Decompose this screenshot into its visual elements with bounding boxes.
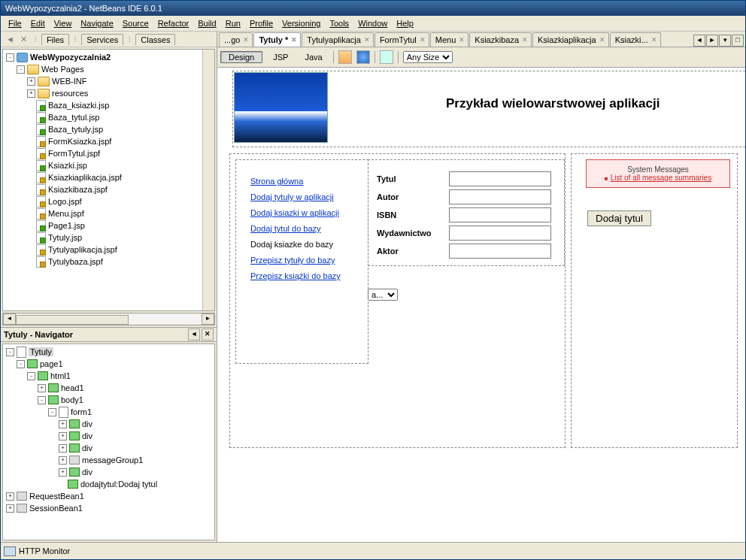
refresh-icon[interactable] xyxy=(338,50,352,64)
editor-tab-2[interactable]: Tytulyaplikacja✕ xyxy=(302,32,374,47)
nav-div4[interactable]: +div xyxy=(6,466,214,478)
nav-root[interactable]: -Tytuly xyxy=(6,346,214,358)
tab-scroll-left-icon[interactable]: ◄ xyxy=(693,35,705,47)
file-Ksiazkiaplikacja-jspf[interactable]: Ksiazkiaplikacja.jspf xyxy=(6,171,214,183)
file-Menu-jspf[interactable]: Menu.jspf xyxy=(6,207,214,219)
tab-scroll-right-icon[interactable]: ► xyxy=(706,35,718,47)
field-input-3[interactable] xyxy=(449,226,551,241)
menu-source[interactable]: Source xyxy=(118,17,153,29)
editor-tab-7[interactable]: Ksiazki...✕ xyxy=(610,32,661,47)
menu-versioning[interactable]: Versioning xyxy=(277,17,325,29)
system-messages-box[interactable]: System Messages ■List of all message sum… xyxy=(586,159,730,188)
editor-tab-5[interactable]: Ksiazkibaza✕ xyxy=(469,32,532,47)
nav-div1[interactable]: +div xyxy=(6,418,214,430)
navigator-close-icon[interactable]: ✕ xyxy=(202,328,214,341)
nav-div2[interactable]: +div xyxy=(6,430,214,442)
close-tab-icon[interactable]: ✕ xyxy=(420,36,426,44)
size-select[interactable]: Any Size xyxy=(403,51,453,63)
nav-link-1[interactable]: Dodaj tytuly w aplikacji xyxy=(250,192,341,201)
editor-tab-3[interactable]: FormTytul✕ xyxy=(375,32,429,47)
combo-fragment[interactable]: a... xyxy=(368,289,398,301)
status-text[interactable]: HTTP Monitor xyxy=(19,546,70,555)
close-tab-icon[interactable]: ✕ xyxy=(599,36,605,44)
menu-tools[interactable]: Tools xyxy=(325,17,353,29)
tab-services[interactable]: Services xyxy=(81,34,123,45)
file-Ksiazkibaza-jspf[interactable]: Ksiazkibaza.jspf xyxy=(6,183,214,195)
mode-jsp-button[interactable]: JSP xyxy=(267,52,294,62)
file-FormTytul-jspf[interactable]: FormTytul.jspf xyxy=(6,147,214,159)
field-input-2[interactable] xyxy=(449,207,551,222)
menu-refactor[interactable]: Refactor xyxy=(153,17,194,29)
nav-messagegroup[interactable]: +messageGroup1 xyxy=(6,454,214,466)
nav-div3[interactable]: +div xyxy=(6,442,214,454)
nav-dodajtytul[interactable]: dodajtytul:Dodaj tytul xyxy=(6,478,214,490)
menu-help[interactable]: Help xyxy=(392,17,418,29)
file-Tytuly-jsp[interactable]: Tytuly.jsp xyxy=(6,232,214,244)
nav-link-5[interactable]: Przepisz tytuły do bazy xyxy=(250,256,341,265)
file-Logo-jspf[interactable]: Logo.jspf xyxy=(6,195,214,207)
field-input-1[interactable] xyxy=(449,189,551,204)
editor-tab-0[interactable]: ...go✕ xyxy=(219,32,253,47)
close-tab-icon[interactable]: ✕ xyxy=(522,36,528,44)
close-tab-icon[interactable]: ✕ xyxy=(459,36,465,44)
tab-list-icon[interactable]: ▾ xyxy=(719,35,731,47)
file-Ksiazki-jsp[interactable]: Ksiazki.jsp xyxy=(6,159,214,171)
folder-webpages[interactable]: -Web Pages xyxy=(6,63,214,75)
close-tab-icon[interactable]: ✕ xyxy=(291,36,297,44)
nav-link-3[interactable]: Dodaj tytul do bazy xyxy=(250,224,341,233)
menu-profile[interactable]: Profile xyxy=(245,17,277,29)
editor-tab-1[interactable]: Tytuly *✕ xyxy=(253,32,301,47)
mode-java-button[interactable]: Java xyxy=(299,52,328,62)
file-Baza_tytul-jsp[interactable]: Baza_tytul.jsp xyxy=(6,111,214,123)
file-FormKsiazka-jspf[interactable]: FormKsiazka.jspf xyxy=(6,135,214,147)
tab-classes[interactable]: Classes xyxy=(135,34,175,45)
mode-design-button[interactable]: Design xyxy=(220,51,262,63)
logo-image[interactable] xyxy=(234,72,328,143)
combo-select[interactable]: a... xyxy=(368,289,398,301)
menu-navigate[interactable]: Navigate xyxy=(76,17,117,29)
projects-tree[interactable]: -WebWypozyczalnia2-Web Pages+WEB-INF+res… xyxy=(2,49,215,311)
close-panel-icon[interactable]: ✕ xyxy=(20,35,27,44)
folder-webinf[interactable]: +WEB-INF xyxy=(6,75,214,87)
nav-link-2[interactable]: Dodaj ksiazki w aplikacji xyxy=(250,208,341,217)
nav-form1[interactable]: -form1 xyxy=(6,406,214,418)
file-Tytulyaplikacja-jspf[interactable]: Tytulyaplikacja.jspf xyxy=(6,244,214,256)
nav-body1[interactable]: -body1 xyxy=(6,394,214,406)
project-root[interactable]: -WebWypozyczalnia2 xyxy=(6,51,214,63)
nav-link-0[interactable]: Strona główna xyxy=(250,177,341,186)
menu-edit[interactable]: Edit xyxy=(26,17,50,29)
design-canvas[interactable]: Przykład wielowarstwowej aplikacji Stron… xyxy=(217,68,745,542)
tab-max-icon[interactable]: □ xyxy=(732,35,744,47)
field-input-0[interactable] xyxy=(449,171,551,186)
add-title-button[interactable]: Dodaj tytul xyxy=(587,210,651,226)
minimize-icon[interactable]: ◄ xyxy=(6,35,14,44)
menu-build[interactable]: Build xyxy=(193,17,220,29)
nav-html1[interactable]: -html1 xyxy=(6,370,214,382)
nav-SessionBean1[interactable]: +SessionBean1 xyxy=(6,502,214,514)
http-monitor-icon[interactable] xyxy=(4,546,16,556)
menu-file[interactable]: File xyxy=(4,17,26,29)
file-Baza_ksiazki-jsp[interactable]: Baza_ksiazki.jsp xyxy=(6,99,214,111)
nav-head1[interactable]: +head1 xyxy=(6,382,214,394)
editor-tab-6[interactable]: Ksiazkiaplikacja✕ xyxy=(532,32,609,47)
tab-files[interactable]: Files xyxy=(41,34,69,45)
navigator-tree[interactable]: -Tytuly-page1-html1+head1-body1-form1+di… xyxy=(2,344,215,540)
field-input-4[interactable] xyxy=(449,244,551,259)
menu-view[interactable]: View xyxy=(50,17,77,29)
preview-browser-icon[interactable] xyxy=(356,50,370,64)
file-Tytulybaza-jspf[interactable]: Tytulybaza.jspf xyxy=(6,256,214,268)
editor-tab-4[interactable]: Menu✕ xyxy=(430,32,469,47)
navigator-min-icon[interactable]: ◄ xyxy=(188,328,200,341)
nav-page1[interactable]: -page1 xyxy=(6,358,214,370)
close-tab-icon[interactable]: ✕ xyxy=(364,36,370,44)
close-tab-icon[interactable]: ✕ xyxy=(243,36,249,44)
file-Baza_tytuly-jsp[interactable]: Baza_tytuly.jsp xyxy=(6,123,214,135)
horizontal-scrollbar[interactable]: ◄► xyxy=(2,313,215,325)
nav-RequestBean1[interactable]: +RequestBean1 xyxy=(6,490,214,502)
folder-resources[interactable]: +resources xyxy=(6,87,214,99)
align-icon[interactable] xyxy=(380,50,393,64)
nav-link-6[interactable]: Przepisz książki do bazy xyxy=(250,271,341,280)
vertical-scrollbar[interactable] xyxy=(202,50,214,310)
menu-window[interactable]: Window xyxy=(353,17,392,29)
close-tab-icon[interactable]: ✕ xyxy=(651,36,657,44)
